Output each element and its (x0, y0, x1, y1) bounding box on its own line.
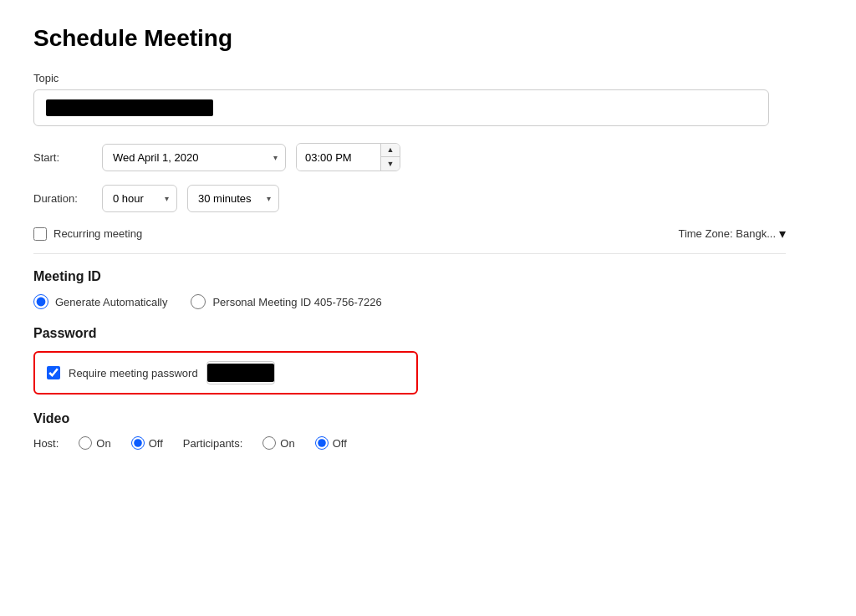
timezone-chevron-icon: ▾ (779, 226, 786, 242)
topic-section: Topic (33, 72, 786, 126)
duration-row: Duration: 0 hour 1 hour 2 hours ▾ 15 min… (33, 185, 786, 212)
personal-meeting-id-label[interactable]: Personal Meeting ID 405-756-7226 (212, 296, 381, 308)
host-off-option[interactable]: Off (131, 436, 163, 450)
video-title: Video (33, 411, 786, 426)
participants-on-option[interactable]: On (262, 436, 294, 450)
duration-label: Duration: (33, 192, 92, 205)
topic-redacted-value (46, 99, 213, 116)
recurring-label: Recurring meeting (54, 227, 142, 240)
password-section: Password Require meeting password (33, 326, 786, 395)
start-label: Start: (33, 151, 92, 164)
start-row: Start: Wed April 1, 2020 ▾ ▲ ▼ (33, 143, 786, 171)
minutes-select-wrapper[interactable]: 15 minutes 30 minutes 45 minutes 60 minu… (187, 185, 279, 212)
generate-automatically-label[interactable]: Generate Automatically (55, 296, 167, 308)
participants-off-radio[interactable] (315, 436, 329, 450)
video-row: Host: On Off Participants: On Off (33, 436, 786, 450)
participants-label: Participants: (183, 437, 243, 450)
time-input[interactable] (297, 145, 380, 171)
meeting-id-radio-row: Generate Automatically Personal Meeting … (33, 294, 786, 309)
participants-on-radio[interactable] (262, 436, 276, 450)
personal-meeting-id-option[interactable]: Personal Meeting ID 405-756-7226 (191, 294, 381, 309)
minutes-select[interactable]: 15 minutes 30 minutes 45 minutes 60 minu… (187, 185, 279, 212)
host-off-label[interactable]: Off (149, 437, 163, 450)
meeting-id-title: Meeting ID (33, 269, 786, 284)
meeting-id-section: Meeting ID Generate Automatically Person… (33, 269, 786, 309)
recurring-row: Recurring meeting Time Zone: Bangk... ▾ (33, 226, 786, 254)
password-title: Password (33, 326, 786, 341)
host-off-radio[interactable] (131, 436, 145, 450)
generate-automatically-option[interactable]: Generate Automatically (33, 294, 167, 309)
time-up-button[interactable]: ▲ (381, 144, 400, 157)
timezone-text: Time Zone: Bangk... (678, 227, 776, 240)
participants-off-option[interactable]: Off (315, 436, 347, 450)
participants-on-label[interactable]: On (280, 437, 294, 450)
recurring-left: Recurring meeting (33, 227, 142, 241)
date-select[interactable]: Wed April 1, 2020 (102, 144, 286, 171)
date-select-wrapper[interactable]: Wed April 1, 2020 ▾ (102, 144, 286, 171)
topic-field-wrapper (33, 89, 769, 126)
topic-label: Topic (33, 72, 786, 84)
personal-meeting-id-radio[interactable] (191, 294, 206, 309)
hours-select-wrapper[interactable]: 0 hour 1 hour 2 hours ▾ (102, 185, 177, 212)
generate-automatically-radio[interactable] (33, 294, 48, 309)
time-down-button[interactable]: ▼ (381, 157, 400, 171)
host-on-label[interactable]: On (96, 437, 110, 450)
participants-off-label[interactable]: Off (333, 437, 347, 450)
require-password-label: Require meeting password (69, 367, 198, 379)
time-spinner: ▲ ▼ (380, 144, 400, 171)
page-title: Schedule Meeting (33, 25, 786, 52)
password-row: Require meeting password (33, 351, 418, 395)
host-on-option[interactable]: On (79, 436, 110, 450)
host-on-radio[interactable] (79, 436, 92, 450)
require-password-checkbox[interactable] (47, 366, 60, 379)
hours-select[interactable]: 0 hour 1 hour 2 hours (102, 185, 177, 212)
time-wrapper[interactable]: ▲ ▼ (296, 143, 400, 171)
host-label: Host: (33, 437, 59, 450)
video-section: Video Host: On Off Participants: On Off (33, 411, 786, 450)
timezone-wrapper[interactable]: Time Zone: Bangk... ▾ (678, 226, 786, 242)
password-redacted-value (207, 364, 274, 382)
recurring-checkbox[interactable] (33, 227, 47, 241)
password-field-wrapper (206, 361, 275, 384)
